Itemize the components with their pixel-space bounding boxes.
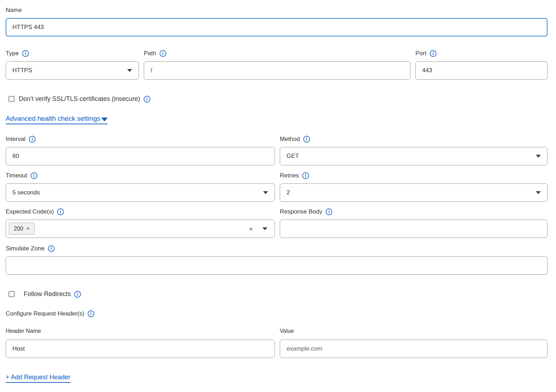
header-value-field-group: Value: [280, 327, 548, 358]
simulate-zone-field-group: Simulate Zone: [6, 245, 548, 275]
advanced-settings-link[interactable]: Advanced health check settings: [6, 115, 108, 124]
info-icon[interactable]: [30, 172, 38, 179]
path-field-group: Path: [144, 50, 410, 80]
port-label: Port: [415, 50, 548, 57]
expected-codes-multiselect[interactable]: 200 × ×: [6, 220, 275, 238]
health-check-form: Name Type HTTPS Path: [0, 0, 548, 392]
retries-select-value: 2: [286, 189, 290, 196]
retries-label-text: Retries: [280, 172, 299, 180]
simulate-zone-label-text: Simulate Zone: [6, 245, 45, 252]
type-select-value: HTTPS: [12, 67, 32, 74]
info-icon[interactable]: [302, 172, 309, 179]
retries-field-group: Retries 2: [280, 172, 548, 202]
info-icon[interactable]: [48, 245, 55, 252]
method-field-group: Method GET: [280, 135, 548, 165]
ssl-verify-label: Don't verify SSL/TLS certificates (insec…: [19, 95, 140, 103]
name-label: Name: [6, 6, 548, 14]
expected-codes-label-text: Expected Code(s): [6, 208, 54, 216]
follow-redirects-checkbox-row: Follow Redirects: [8, 290, 548, 298]
method-label-text: Method: [280, 135, 300, 143]
interval-method-row: Interval Method GET: [6, 135, 548, 165]
response-body-label-text: Response Body: [280, 208, 322, 216]
info-icon[interactable]: [22, 50, 29, 57]
info-icon[interactable]: [159, 50, 166, 57]
info-icon[interactable]: [74, 291, 81, 298]
request-headers-section-text: Configure Request Header(s): [6, 310, 84, 318]
code-tag: 200 ×: [9, 223, 35, 235]
type-label-text: Type: [6, 50, 19, 57]
timeout-select-value: 5 seconds: [12, 189, 40, 196]
type-field-group: Type HTTPS: [6, 50, 139, 80]
interval-label-text: Interval: [6, 135, 25, 143]
path-label: Path: [144, 50, 410, 57]
info-icon[interactable]: [29, 136, 36, 143]
simulate-zone-label: Simulate Zone: [6, 245, 548, 252]
retries-label: Retries: [280, 172, 548, 180]
port-field-group: Port: [415, 50, 548, 80]
follow-redirects-checkbox[interactable]: [8, 291, 15, 297]
type-path-port-row: Type HTTPS Path: [6, 50, 548, 80]
follow-redirects-label: Follow Redirects: [24, 290, 71, 298]
info-icon[interactable]: [325, 208, 333, 215]
response-body-field-group: Response Body: [280, 208, 548, 238]
interval-input[interactable]: [6, 147, 275, 165]
method-label: Method: [280, 135, 548, 143]
chevron-down-icon: [536, 191, 541, 194]
expected-response-row: Expected Code(s) 200 × × Re: [6, 208, 548, 238]
header-name-field-group: Header Name: [6, 327, 275, 358]
expected-codes-field-group: Expected Code(s) 200 × ×: [6, 208, 275, 238]
request-header-row: Header Name Value: [6, 327, 548, 358]
info-icon[interactable]: [143, 96, 151, 103]
type-label: Type: [6, 50, 139, 57]
timeout-retries-row: Timeout 5 seconds Retries: [6, 172, 548, 202]
header-name-input[interactable]: [6, 340, 275, 358]
simulate-zone-input[interactable]: [6, 256, 548, 275]
chevron-down-icon: [263, 191, 268, 194]
interval-label: Interval: [6, 135, 275, 143]
port-input[interactable]: [415, 61, 548, 80]
timeout-label: Timeout: [6, 172, 275, 180]
path-input[interactable]: [144, 61, 410, 80]
ssl-verify-checkbox[interactable]: [8, 96, 15, 102]
method-select-value: GET: [286, 153, 299, 160]
add-request-header-link-text: + Add Request Header: [6, 374, 70, 381]
info-icon[interactable]: [57, 208, 64, 215]
chevron-down-icon: [127, 69, 132, 72]
tag-remove-icon[interactable]: ×: [27, 225, 30, 232]
interval-field-group: Interval: [6, 135, 275, 165]
port-label-text: Port: [415, 50, 426, 57]
response-body-label: Response Body: [280, 208, 548, 216]
header-name-label-text: Header Name: [6, 327, 41, 335]
header-name-label: Header Name: [6, 327, 275, 335]
info-icon[interactable]: [430, 50, 437, 57]
info-icon[interactable]: [87, 310, 95, 317]
timeout-select[interactable]: 5 seconds: [6, 183, 275, 202]
clear-all-icon[interactable]: ×: [249, 226, 253, 232]
info-icon[interactable]: [303, 136, 310, 143]
timeout-field-group: Timeout 5 seconds: [6, 172, 275, 202]
name-input[interactable]: [6, 18, 548, 36]
name-field-group: Name: [6, 6, 548, 36]
name-label-text: Name: [6, 6, 22, 14]
code-tag-text: 200: [14, 225, 23, 232]
expected-codes-label: Expected Code(s): [6, 208, 275, 216]
add-request-header-link[interactable]: + Add Request Header: [6, 374, 70, 383]
response-body-input[interactable]: [280, 220, 548, 238]
method-select[interactable]: GET: [280, 147, 548, 165]
caret-down-icon: [101, 118, 108, 121]
header-value-input[interactable]: [280, 340, 548, 358]
timeout-label-text: Timeout: [6, 172, 27, 180]
retries-select[interactable]: 2: [280, 183, 548, 202]
ssl-verify-checkbox-row: Don't verify SSL/TLS certificates (insec…: [8, 95, 548, 103]
chevron-down-icon: [536, 155, 541, 158]
type-select[interactable]: HTTPS: [6, 61, 139, 80]
header-value-label-text: Value: [280, 327, 294, 335]
request-headers-section-label: Configure Request Header(s): [6, 310, 548, 318]
header-value-label: Value: [280, 327, 548, 335]
advanced-settings-link-text: Advanced health check settings: [6, 115, 100, 123]
chevron-down-icon[interactable]: [262, 227, 267, 230]
path-label-text: Path: [144, 50, 156, 57]
